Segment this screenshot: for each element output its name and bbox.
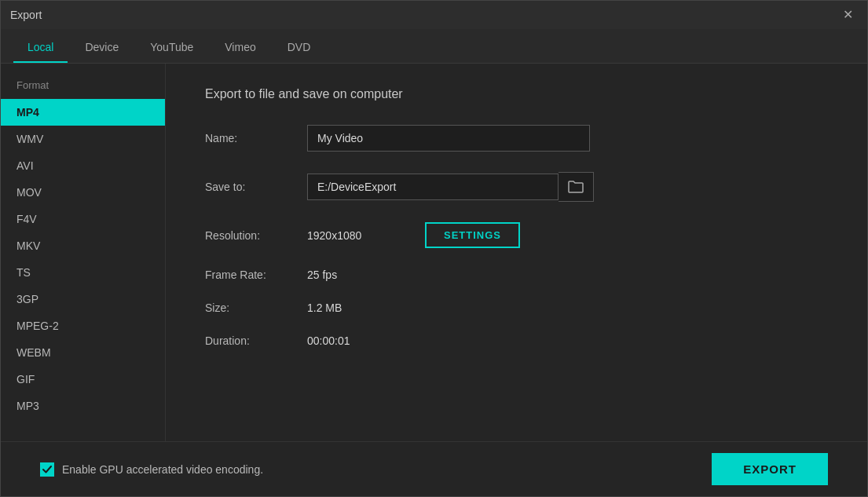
sidebar-item-mkv[interactable]: MKV [1,232,165,259]
frame-rate-label: Frame Rate: [205,269,307,281]
sidebar-item-mov[interactable]: MOV [1,179,165,206]
sidebar-item-wmv[interactable]: WMV [1,126,165,152]
main-panel: Export to file and save on computer Name… [166,64,867,441]
tab-device[interactable]: Device [71,33,133,63]
frame-rate-row: Frame Rate: 25 fps [205,269,828,281]
size-value: 1.2 MB [307,301,342,314]
name-row: Name: [205,125,828,152]
save-to-label: Save to: [205,181,307,193]
tab-local[interactable]: Local [13,33,68,63]
duration-row: Duration: 00:00:01 [205,334,828,347]
duration-value: 00:00:01 [307,334,350,347]
bottom-bar: Enable GPU accelerated video encoding. E… [1,441,867,496]
name-input[interactable] [307,125,590,152]
tab-dvd[interactable]: DVD [273,33,325,63]
settings-button[interactable]: SETTINGS [425,222,520,248]
folder-icon [568,181,584,193]
checkmark-icon [42,466,52,473]
tab-youtube[interactable]: YouTube [136,33,207,63]
content-area: Format MP4 WMV AVI MOV F4V MKV TS 3GP MP… [1,64,867,441]
save-to-field [307,172,594,202]
close-button[interactable]: ✕ [838,5,858,24]
resolution-value: 1920x1080 [307,229,401,242]
export-window: Export ✕ Local Device YouTube Vimeo DVD … [0,0,868,497]
gpu-row: Enable GPU accelerated video encoding. [40,462,263,477]
sidebar-item-3gp[interactable]: 3GP [1,286,165,312]
resolution-field: 1920x1080 SETTINGS [307,222,520,248]
folder-browse-button[interactable] [559,172,594,202]
resolution-row: Resolution: 1920x1080 SETTINGS [205,222,828,248]
sidebar-item-mp4[interactable]: MP4 [1,99,165,126]
format-label: Format [1,79,165,99]
frame-rate-value: 25 fps [307,269,337,281]
sidebar-item-mpeg2[interactable]: MPEG-2 [1,312,165,339]
sidebar-item-ts[interactable]: TS [1,259,165,286]
sidebar: Format MP4 WMV AVI MOV F4V MKV TS 3GP MP… [1,64,166,441]
name-label: Name: [205,132,307,144]
duration-label: Duration: [205,334,307,347]
save-to-input[interactable] [307,174,559,200]
sidebar-item-f4v[interactable]: F4V [1,206,165,232]
title-bar: Export ✕ [1,1,867,29]
tab-bar: Local Device YouTube Vimeo DVD [1,29,867,64]
gpu-label: Enable GPU accelerated video encoding. [62,463,263,476]
gpu-checkbox-container[interactable]: Enable GPU accelerated video encoding. [40,462,263,477]
sidebar-item-webm[interactable]: WEBM [1,339,165,366]
size-row: Size: 1.2 MB [205,301,828,314]
gpu-checkbox[interactable] [40,462,54,477]
sidebar-item-mp3[interactable]: MP3 [1,393,165,419]
save-to-row: Save to: [205,172,828,202]
panel-title: Export to file and save on computer [205,87,828,101]
export-button[interactable]: EXPORT [712,453,828,485]
sidebar-item-gif[interactable]: GIF [1,366,165,393]
sidebar-item-avi[interactable]: AVI [1,152,165,179]
size-label: Size: [205,301,307,314]
window-title: Export [10,9,42,21]
resolution-label: Resolution: [205,229,307,242]
tab-vimeo[interactable]: Vimeo [211,33,269,63]
